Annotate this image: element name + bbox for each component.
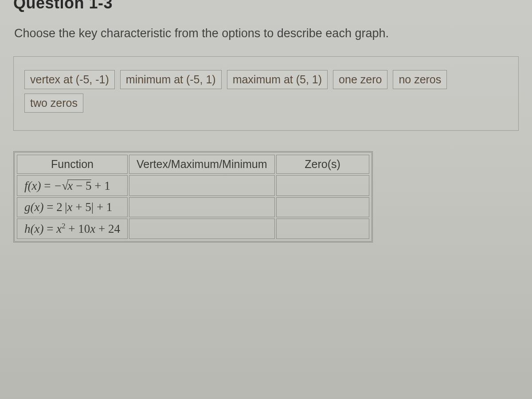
drop-target-g-zeros[interactable] (276, 197, 369, 217)
instruction-text: Choose the key characteristic from the o… (14, 27, 519, 40)
function-cell-f: f(x) = −√x − 5 + 1 (17, 175, 128, 196)
option-minimum[interactable]: minimum at (-5, 1) (120, 70, 222, 89)
option-vertex[interactable]: vertex at (-5, -1) (24, 70, 115, 89)
option-no-zeros[interactable]: no zeros (393, 70, 447, 89)
option-one-zero[interactable]: one zero (333, 70, 387, 89)
col-header-zeros: Zero(s) (276, 155, 369, 174)
table-row: f(x) = −√x − 5 + 1 (17, 175, 369, 196)
col-header-function: Function (17, 155, 128, 174)
chip-row: vertex at (-5, -1) minimum at (-5, 1) ma… (24, 70, 508, 113)
drop-target-f-vertex[interactable] (129, 175, 275, 196)
answer-table: Function Vertex/Maximum/Minimum Zero(s) … (13, 151, 373, 243)
drop-target-g-vertex[interactable] (129, 197, 275, 217)
table-row: g(x) = 2 |x + 5| + 1 (17, 197, 369, 217)
drop-target-f-zeros[interactable] (276, 175, 369, 196)
question-number-heading: Question 1-3 (13, 0, 519, 12)
table-header-row: Function Vertex/Maximum/Minimum Zero(s) (17, 155, 369, 174)
table-row: h(x) = x2 + 10x + 24 (17, 219, 369, 239)
drop-target-h-vertex[interactable] (129, 219, 275, 239)
draggable-options-container: vertex at (-5, -1) minimum at (-5, 1) ma… (13, 56, 519, 131)
drop-target-h-zeros[interactable] (276, 219, 369, 239)
function-cell-h: h(x) = x2 + 10x + 24 (17, 219, 128, 239)
col-header-vertex: Vertex/Maximum/Minimum (129, 155, 275, 174)
function-cell-g: g(x) = 2 |x + 5| + 1 (17, 197, 128, 217)
option-two-zeros[interactable]: two zeros (24, 94, 83, 113)
option-maximum[interactable]: maximum at (5, 1) (227, 70, 328, 89)
